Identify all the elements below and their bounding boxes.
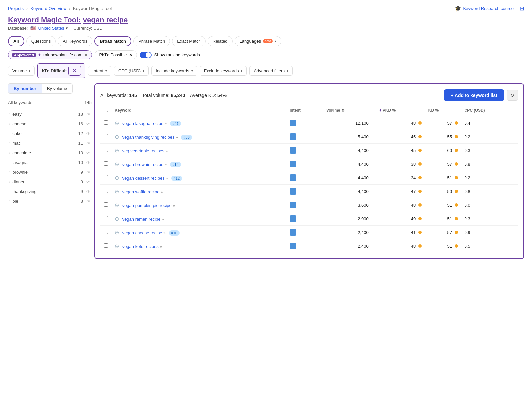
- tab-phrase-match[interactable]: Phrase Match: [133, 36, 170, 46]
- keyword-link[interactable]: vegan keto recipes: [122, 244, 159, 249]
- keyword-link[interactable]: veg vegetable recipes: [122, 148, 164, 153]
- kd-filter-chip[interactable]: KD: Difficult ✕: [37, 63, 85, 78]
- add-keyword-icon[interactable]: ⊕: [115, 202, 119, 208]
- add-keyword-icon[interactable]: ⊕: [115, 216, 119, 222]
- keyword-research-course-link[interactable]: 🎓 Keyword Research course ⊞: [455, 5, 524, 12]
- select-all-checkbox-header[interactable]: [100, 105, 111, 116]
- row-checkbox-cell[interactable]: [100, 171, 111, 185]
- exclude-keywords-filter[interactable]: Exclude keywords ▾: [200, 66, 247, 76]
- row-checkbox[interactable]: [104, 148, 108, 152]
- filter-tabs: All Questions All Keywords Broad Match P…: [8, 36, 524, 46]
- row-checkbox-cell[interactable]: [100, 185, 111, 198]
- row-checkbox[interactable]: [104, 175, 108, 179]
- select-all-checkbox[interactable]: [104, 108, 108, 112]
- row-checkbox[interactable]: [104, 134, 108, 138]
- sidebar-item[interactable]: › cake 12 👁: [8, 129, 92, 138]
- add-to-keyword-list-button[interactable]: + Add to keyword list: [444, 89, 504, 101]
- keyword-link[interactable]: vegan dessert recipes: [122, 176, 165, 181]
- database-link[interactable]: United States: [38, 26, 64, 31]
- volume-filter[interactable]: Volume ▾: [8, 66, 35, 76]
- row-checkbox-cell[interactable]: [100, 239, 111, 253]
- sidebar-item[interactable]: › thanksgiving 9 👁: [8, 187, 92, 196]
- row-checkbox-cell[interactable]: [100, 144, 111, 157]
- intent-cell: I: [286, 116, 323, 130]
- sidebar-item[interactable]: › cheese 16 👁: [8, 119, 92, 129]
- breadcrumb-keyword-overview[interactable]: Keyword Overview: [30, 6, 66, 11]
- eye-icon[interactable]: 👁: [86, 170, 90, 175]
- add-keyword-icon[interactable]: ⊕: [115, 120, 119, 126]
- tab-related[interactable]: Related: [208, 36, 233, 46]
- eye-icon[interactable]: 👁: [86, 141, 90, 146]
- ai-powered-chip[interactable]: AI-powered ✦ rainbowplantlife.com ✕: [8, 50, 92, 59]
- sidebar-item[interactable]: › lasagna 10 👁: [8, 158, 92, 167]
- keyword-link[interactable]: vegan cheese recipe: [122, 230, 162, 235]
- add-keyword-icon[interactable]: ⊕: [115, 189, 119, 194]
- add-keyword-icon[interactable]: ⊕: [115, 161, 119, 167]
- row-checkbox[interactable]: [104, 243, 108, 248]
- cpc-cell: 0.3: [461, 212, 518, 226]
- breadcrumb-projects[interactable]: Projects: [8, 6, 24, 11]
- row-checkbox[interactable]: [104, 120, 108, 125]
- tab-all-keywords[interactable]: All Keywords: [58, 36, 92, 46]
- row-checkbox[interactable]: [104, 161, 108, 166]
- tab-exact-match[interactable]: Exact Match: [172, 36, 206, 46]
- keyword-link[interactable]: vegan waffle recipe: [122, 189, 160, 194]
- keyword-link[interactable]: vegan ramen recipe: [122, 217, 161, 222]
- close-pkd-icon[interactable]: ✕: [129, 52, 133, 57]
- row-checkbox-cell[interactable]: [100, 212, 111, 226]
- add-keyword-icon[interactable]: ⊕: [115, 175, 119, 181]
- tab-broad-match[interactable]: Broad Match: [94, 36, 131, 46]
- eye-icon[interactable]: 👁: [86, 199, 90, 204]
- star-icon: ✦: [379, 108, 382, 113]
- row-checkbox[interactable]: [104, 216, 108, 220]
- eye-icon[interactable]: 👁: [86, 189, 90, 194]
- row-checkbox-cell[interactable]: [100, 157, 111, 171]
- close-kd-icon[interactable]: ✕: [68, 66, 81, 76]
- tab-languages[interactable]: Languages beta ▾: [235, 36, 282, 46]
- include-keywords-filter[interactable]: Include keywords ▾: [151, 66, 197, 76]
- tab-all[interactable]: All: [8, 36, 24, 46]
- keyword-link[interactable]: vegan thanksgiving recipes: [122, 135, 175, 140]
- add-keyword-icon[interactable]: ⊕: [115, 230, 119, 235]
- eye-icon[interactable]: 👁: [86, 180, 90, 184]
- add-keyword-icon[interactable]: ⊕: [115, 134, 119, 140]
- keyword-link[interactable]: vegan lasagna recipe: [122, 121, 164, 126]
- by-volume-btn[interactable]: By volume: [42, 84, 72, 93]
- row-checkbox[interactable]: [104, 202, 108, 207]
- row-checkbox[interactable]: [104, 189, 108, 193]
- sidebar-item[interactable]: › mac 11 👁: [8, 138, 92, 148]
- cpc-filter[interactable]: CPC (USD) ▾: [114, 66, 149, 76]
- intent-cell: I: [286, 157, 323, 171]
- add-keyword-icon[interactable]: ⊕: [115, 243, 119, 249]
- show-ranking-toggle[interactable]: [140, 52, 152, 58]
- sidebar-item-label: thanksgiving: [12, 189, 36, 194]
- eye-icon[interactable]: 👁: [86, 151, 90, 155]
- keyword-link[interactable]: vegan pumpkin pie recipe: [122, 203, 172, 208]
- row-checkbox-cell[interactable]: [100, 198, 111, 212]
- keyword-link[interactable]: vegan brownie recipe: [122, 162, 164, 167]
- row-checkbox[interactable]: [104, 230, 108, 234]
- close-domain-icon[interactable]: ✕: [84, 53, 88, 57]
- tab-questions[interactable]: Questions: [26, 36, 56, 46]
- sidebar-item[interactable]: › easy 18 👁: [8, 109, 92, 119]
- eye-icon[interactable]: 👁: [86, 160, 90, 165]
- rank-badge: #12: [171, 176, 182, 181]
- sidebar-item[interactable]: › brownie 9 👁: [8, 167, 92, 177]
- eye-icon[interactable]: 👁: [86, 112, 90, 117]
- eye-icon[interactable]: 👁: [86, 122, 90, 126]
- volume-col-header sortable[interactable]: Volume ⇅: [323, 105, 375, 116]
- row-checkbox-cell[interactable]: [100, 130, 111, 144]
- arrow-icon: »: [176, 135, 178, 140]
- advanced-filters[interactable]: Advanced filters ▾: [249, 66, 293, 76]
- sidebar-item[interactable]: › pie 8 👁: [8, 196, 92, 206]
- add-keyword-icon[interactable]: ⊕: [115, 148, 119, 153]
- row-checkbox-cell[interactable]: [100, 226, 111, 239]
- by-number-btn[interactable]: By number: [8, 84, 42, 93]
- eye-icon[interactable]: 👁: [86, 131, 90, 136]
- refresh-button[interactable]: ↻: [507, 90, 518, 101]
- sidebar-item[interactable]: › dinner 9 👁: [8, 177, 92, 187]
- pkd-chip[interactable]: PKD: Possible ✕: [95, 50, 137, 59]
- sidebar-item[interactable]: › chocolate 10 👁: [8, 148, 92, 158]
- row-checkbox-cell[interactable]: [100, 116, 111, 130]
- intent-filter[interactable]: Intent ▾: [88, 66, 111, 76]
